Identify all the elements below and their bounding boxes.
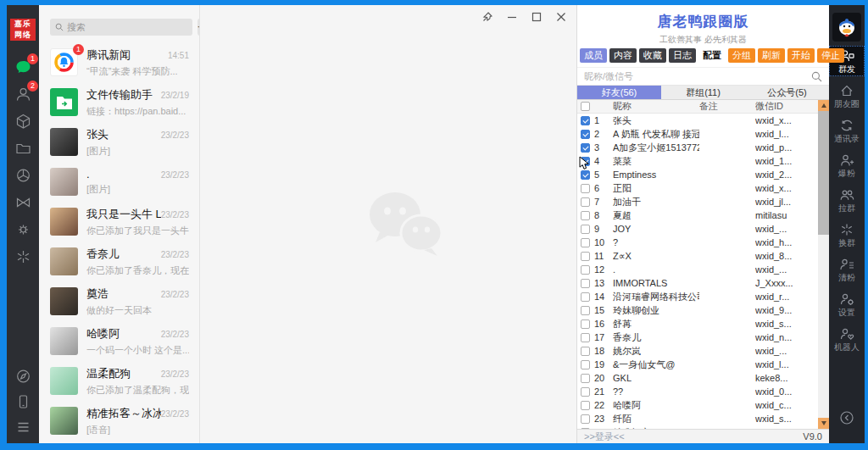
table-row[interactable]: 8 夏超 mitilasu	[577, 208, 818, 222]
row-checkbox[interactable]	[581, 428, 590, 430]
panel-button-刷新[interactable]: 刷新	[758, 48, 785, 63]
scroll-up-arrow[interactable]	[818, 100, 829, 111]
table-row[interactable]: 22 哈喽阿 wxid_c...	[577, 398, 818, 412]
table-row[interactable]: 19 &一身仙女气@ wxid_l...	[577, 358, 818, 371]
row-checkbox[interactable]	[581, 265, 590, 275]
select-all-checkbox[interactable]	[581, 102, 590, 111]
tools-sidebar-item-朋友圈[interactable]: 朋友圈	[829, 81, 865, 111]
table-row[interactable]: 13 IMMORTALS J_Xxxx...	[577, 276, 818, 290]
tools-sidebar-item-拉群[interactable]: 拉群	[829, 185, 865, 215]
collapse-icon[interactable]	[829, 408, 865, 428]
row-checkbox[interactable]	[581, 414, 590, 424]
table-row[interactable]: 1 张头 wxid_x...	[577, 114, 818, 127]
row-checkbox[interactable]	[581, 252, 590, 261]
chat-list-item[interactable]: 温柔配狗 23/2/23 你已添加了温柔配狗，现...	[39, 361, 199, 401]
gear-icon[interactable]	[14, 220, 32, 239]
row-checkbox[interactable]	[581, 360, 590, 369]
table-row[interactable]: 23 纤陌 wxid_s...	[577, 412, 818, 425]
row-checkbox[interactable]	[581, 225, 590, 234]
close-icon[interactable]	[556, 12, 566, 22]
member-search-box[interactable]	[577, 67, 829, 86]
folder-icon[interactable]	[14, 139, 32, 158]
row-checkbox[interactable]	[581, 319, 590, 329]
chat-list-item[interactable]: 1 腾讯新闻 14:51 “甲流”来袭 科学预防...	[39, 42, 199, 82]
table-row[interactable]: 20 GKL keke8...	[577, 371, 818, 385]
chat-icon[interactable]: 1	[14, 58, 32, 76]
chat-list-item[interactable]: . 23/2/23 [图片]	[39, 162, 199, 202]
menu-icon[interactable]	[14, 418, 32, 436]
member-tab[interactable]: 公众号(5)	[745, 86, 829, 99]
table-row[interactable]: 5 Emptiness wxid_2...	[577, 168, 818, 181]
table-row[interactable]: 14 沿河瑞睿网络科技公司 wxid_r...	[577, 290, 818, 303]
row-checkbox[interactable]	[581, 306, 590, 315]
table-row[interactable]: 15 玲妹聊创业 wxid_9...	[577, 303, 818, 317]
panel-button-内容[interactable]: 内容	[609, 48, 637, 63]
table-row[interactable]: 12 . wxid_...	[577, 263, 818, 276]
table-scrollbar[interactable]	[818, 100, 829, 429]
panel-button-停止[interactable]: 停止	[817, 48, 844, 63]
row-checkbox[interactable]	[581, 387, 590, 397]
scrollbar-thumb[interactable]	[818, 111, 829, 235]
row-checkbox[interactable]	[581, 238, 590, 247]
maximize-icon[interactable]	[531, 12, 542, 22]
cube-icon[interactable]	[14, 112, 32, 131]
table-row[interactable]: 9 JOY wxid_...	[577, 222, 818, 236]
phone-icon[interactable]	[14, 392, 32, 411]
scroll-down-arrow[interactable]	[818, 418, 829, 429]
table-row[interactable]: 18 姚尔岚 wxid_...	[577, 344, 818, 358]
row-checkbox[interactable]	[581, 184, 590, 193]
table-row[interactable]: 16 舒苒 wxid_s...	[577, 317, 818, 331]
minimize-icon[interactable]	[507, 12, 517, 22]
chat-list-item[interactable]: 张头 23/2/23 [图片]	[39, 122, 199, 162]
table-row[interactable]: 3 A加多宝小姬15137729913 wxid_p...	[577, 141, 818, 154]
panel-button-配置[interactable]: 配置	[698, 48, 726, 63]
row-checkbox[interactable]	[581, 401, 590, 410]
row-checkbox[interactable]	[581, 116, 590, 125]
member-search-input[interactable]	[584, 71, 811, 81]
table-row[interactable]: 17 香奈儿 wxid_n...	[577, 331, 818, 344]
table-row[interactable]: 7 加油干 wxid_jl...	[577, 195, 818, 208]
table-row[interactable]: 11 Z∝X wxid_8...	[577, 249, 818, 263]
chat-list-item[interactable]: 文件传输助手 23/2/19 链接：https://pan.baid...	[39, 82, 199, 122]
pin-icon[interactable]	[482, 12, 492, 22]
tools-sidebar-item-设置[interactable]: 设置	[829, 289, 865, 319]
panel-button-成员[interactable]: 成员	[580, 48, 607, 63]
sparkle-icon[interactable]	[14, 247, 32, 266]
table-row[interactable]: 24 精准拓客 wxid_9...	[577, 425, 818, 429]
table-row[interactable]: 21 ?? wxid_0...	[577, 385, 818, 398]
row-checkbox[interactable]	[581, 130, 590, 139]
chat-list-item[interactable]: 香奈儿 23/2/23 你已添加了香奈儿，现在...	[39, 242, 199, 281]
table-row[interactable]: 10 ? wxid_h...	[577, 236, 818, 249]
row-checkbox[interactable]	[581, 211, 590, 220]
tools-sidebar-item-通讯录[interactable]: 通讯录	[829, 115, 865, 146]
compass-icon[interactable]	[14, 367, 32, 386]
panel-button-开始[interactable]: 开始	[787, 48, 815, 63]
panel-button-收藏[interactable]: 收藏	[639, 48, 666, 63]
table-row[interactable]: 4 菜菜 wxid_1...	[577, 154, 818, 168]
row-checkbox[interactable]	[581, 333, 590, 342]
row-checkbox[interactable]	[581, 292, 590, 302]
chat-search-box[interactable]	[50, 19, 192, 36]
aperture-icon[interactable]	[14, 166, 32, 185]
chat-list-item[interactable]: 我只是一头牛 L(^o 23/2/23 你已添加了我只是一头牛...	[39, 202, 199, 242]
chat-list-item[interactable]: 奠浩 23/2/23 做的好一天回本	[39, 281, 199, 321]
login-link[interactable]: >>登录<<	[584, 431, 625, 443]
tools-sidebar-item-清粉[interactable]: 清粉	[829, 254, 865, 285]
panel-button-日志[interactable]: 日志	[669, 48, 696, 63]
tools-sidebar-item-爆粉[interactable]: 爆粉	[829, 150, 865, 181]
row-checkbox[interactable]	[581, 347, 590, 356]
row-checkbox[interactable]	[581, 279, 590, 288]
row-checkbox[interactable]	[581, 374, 590, 383]
chat-list-item[interactable]: 哈喽阿 23/2/23 一个码一个小时 这个是...	[39, 321, 199, 361]
bowtie-icon[interactable]	[14, 193, 32, 212]
row-checkbox[interactable]	[581, 197, 590, 207]
tools-sidebar-item-机器人[interactable]: 机器人	[829, 324, 865, 354]
tools-sidebar-item-换群[interactable]: 换群	[829, 219, 865, 250]
member-tab[interactable]: 群组(11)	[661, 86, 745, 99]
contacts-icon[interactable]: 2	[14, 85, 32, 103]
table-row[interactable]: 2 A 奶瓶 代发私聊 接冠名 wxid_l...	[577, 127, 818, 141]
row-checkbox[interactable]	[581, 143, 590, 153]
chat-search-input[interactable]	[67, 22, 187, 32]
member-tab[interactable]: 好友(56)	[577, 86, 661, 99]
table-row[interactable]: 6 正阳 wxid_x...	[577, 181, 818, 195]
